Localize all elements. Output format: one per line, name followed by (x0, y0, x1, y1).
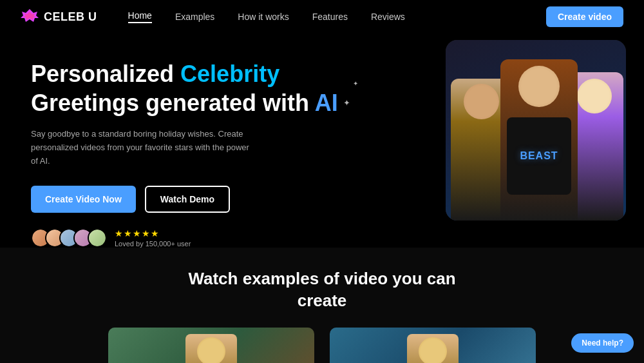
beast-shirt: BEAST (507, 117, 571, 195)
nav-how-it-works[interactable]: How it works (238, 12, 289, 22)
celeb-mr-beast: BEAST (500, 59, 578, 221)
nav-examples[interactable]: Examples (175, 12, 214, 22)
examples-title-line1: Watch examples of video you can (188, 269, 455, 288)
star-deco-3: ✦ (343, 98, 350, 108)
hero-heading: Personalized Celebrity Greetings generat… (31, 59, 340, 117)
video-thumb-1[interactable] (108, 328, 314, 363)
video-figure-2 (407, 334, 459, 363)
celebrity-image: BEAST (446, 40, 626, 221)
nav-links: Home Examples How it works Features Revi… (128, 10, 546, 23)
hero-section: Personalized Celebrity Greetings generat… (0, 34, 644, 248)
hero-highlight-celebrity: Celebrity (180, 61, 279, 87)
hero-content: Personalized Celebrity Greetings generat… (31, 53, 340, 248)
video-thumb-2[interactable] (330, 328, 536, 363)
hero-subtext: Say goodbye to a standard boring holiday… (31, 128, 250, 168)
proof-label: Loved by 150,000+ user (115, 240, 191, 248)
video-grid (31, 328, 613, 363)
examples-title-line2: create (298, 291, 347, 310)
create-video-button[interactable]: Create Video Now (31, 186, 136, 213)
avatar-stack (31, 228, 107, 248)
celeb-scene: BEAST (446, 40, 626, 221)
hero-heading-text1: Personalized (31, 61, 180, 87)
nav-home[interactable]: Home (128, 10, 152, 23)
hero-image-area: ✦ ✦ ✦ ✦ ✦ ✦ BEAST (340, 46, 613, 227)
watch-demo-button[interactable]: Watch Demo (145, 186, 230, 213)
logo-icon (21, 8, 39, 26)
beast-shirt-text: BEAST (520, 150, 558, 162)
need-help-button[interactable]: Need help? (571, 333, 634, 353)
hero-heading-text2: Greetings generated with (31, 90, 315, 116)
star-rating: ★★★★★ (115, 228, 191, 239)
nav-features[interactable]: Features (312, 12, 348, 22)
social-proof: ★★★★★ Loved by 150,000+ user (31, 228, 340, 248)
proof-text: ★★★★★ Loved by 150,000+ user (115, 228, 191, 248)
star-deco-4: ✦ (353, 80, 358, 87)
hero-highlight-ai: AI (315, 90, 338, 116)
avatar-5 (88, 228, 107, 248)
logo[interactable]: CELEB U (21, 8, 97, 26)
nav-create-video-button[interactable]: Create video (546, 6, 623, 27)
examples-section: Watch examples of video you can create (0, 248, 644, 363)
examples-title: Watch examples of video you can create (31, 268, 613, 312)
brand-name: CELEB U (44, 10, 97, 24)
hero-buttons: Create Video Now Watch Demo (31, 186, 340, 213)
navbar: CELEB U Home Examples How it works Featu… (0, 0, 644, 34)
video-figure-1 (185, 334, 237, 363)
nav-reviews[interactable]: Reviews (371, 12, 405, 22)
